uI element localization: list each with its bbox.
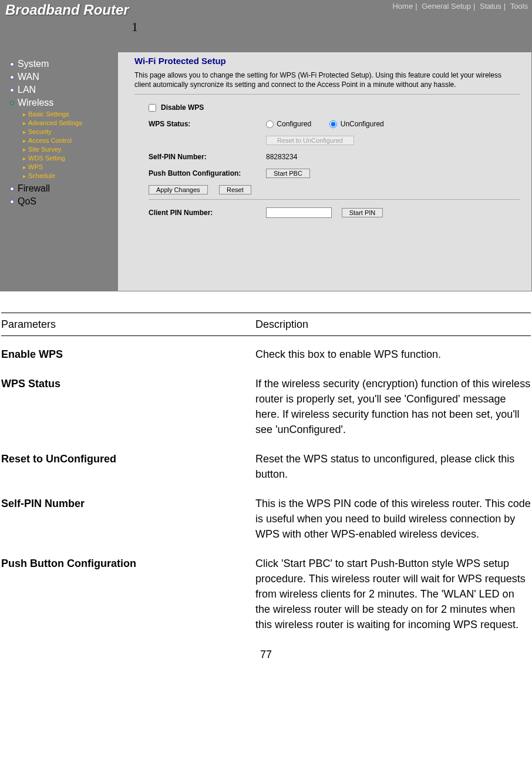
client-pin-label: Client PIN Number:: [149, 209, 266, 217]
param-name: Enable WPS: [1, 347, 255, 376]
pbc-label: Push Button Configuration:: [149, 169, 266, 177]
nav-qos[interactable]: QoS: [10, 196, 111, 207]
radio-configured[interactable]: [266, 120, 274, 128]
topnav-tools[interactable]: Tools: [510, 2, 528, 11]
client-pin-input[interactable]: [266, 207, 332, 218]
divider: [134, 94, 520, 95]
table-row: Push Button Configuration Click 'Start P…: [1, 556, 531, 646]
topnav-status[interactable]: Status: [480, 2, 501, 11]
param-desc: Click 'Start PBC' to start Push-Button s…: [255, 556, 531, 646]
topnav-general-setup[interactable]: General Setup: [422, 2, 471, 11]
self-pin-value: 88283234: [266, 153, 520, 161]
corner-number: 1: [132, 19, 138, 35]
sidebar-nav: System WAN LAN Wireless ▸Basic Settings …: [1, 52, 118, 291]
reset-unconfigured-button[interactable]: Reset to UnConfigured: [266, 136, 354, 145]
page-desc: This page allows you to change the setti…: [134, 71, 520, 89]
topnav-home[interactable]: Home: [392, 2, 413, 11]
content-panel: Wi-Fi Protected Setup This page allows y…: [118, 52, 531, 291]
start-pin-button[interactable]: Start PIN: [342, 208, 383, 217]
page-heading: Wi-Fi Protected Setup: [134, 56, 520, 66]
disable-wps-checkbox[interactable]: [149, 104, 156, 112]
doc-section: Parameters Description Enable WPS Check …: [0, 308, 532, 646]
nav-wireless-sub: ▸Basic Settings ▸Advanced Settings ▸Secu…: [23, 110, 111, 180]
router-header: Broadband Router Home| General Setup| St…: [1, 1, 531, 52]
table-header-row: Parameters Description: [1, 313, 531, 336]
apply-changes-button[interactable]: Apply Changes: [149, 185, 208, 194]
reset-button[interactable]: Reset: [219, 185, 251, 194]
router-top-nav: Home| General Setup| Status| Tools: [392, 2, 528, 11]
parameters-table: Parameters Description Enable WPS Check …: [1, 313, 531, 646]
wps-status-label: WPS Status:: [149, 120, 266, 128]
nav-sub-wps[interactable]: ▸WPS: [23, 163, 111, 172]
self-pin-label: Self-PIN Number:: [149, 153, 266, 161]
param-desc: This is the WPS PIN code of this wireles…: [255, 496, 531, 556]
nav-sub-schedule[interactable]: ▸Schedule: [23, 172, 111, 180]
nav-lan[interactable]: LAN: [10, 84, 111, 96]
page-number: 77: [0, 646, 532, 667]
start-pbc-button[interactable]: Start PBC: [266, 169, 310, 178]
param-name: WPS Status: [1, 376, 255, 451]
th-parameters: Parameters: [1, 313, 255, 336]
disable-wps-label: Disable WPS: [161, 103, 204, 112]
divider-2: [149, 199, 520, 200]
nav-wan[interactable]: WAN: [10, 71, 111, 83]
param-desc: If the wireless security (encryption) fu…: [255, 376, 531, 451]
param-desc: Check this box to enable WPS function.: [255, 347, 531, 376]
th-description: Description: [255, 313, 531, 336]
nav-sub-basic[interactable]: ▸Basic Settings: [23, 110, 111, 119]
param-name: Self-PIN Number: [1, 496, 255, 556]
router-title: Broadband Router: [5, 2, 129, 18]
nav-firewall[interactable]: Firewall: [10, 183, 111, 194]
table-row: WPS Status If the wireless security (enc…: [1, 376, 531, 451]
table-row: Enable WPS Check this box to enable WPS …: [1, 347, 531, 376]
param-desc: Reset the WPS status to unconfigured, pl…: [255, 451, 531, 496]
nav-sub-advanced[interactable]: ▸Advanced Settings: [23, 119, 111, 127]
param-name: Push Button Configuration: [1, 556, 255, 646]
nav-sub-wds[interactable]: ▸WDS Setting: [23, 154, 111, 163]
radio-unconfigured[interactable]: [329, 120, 337, 128]
nav-sub-site-survey[interactable]: ▸Site Survey: [23, 145, 111, 154]
nav-wireless[interactable]: Wireless: [10, 97, 111, 109]
param-name: Reset to UnConfigured: [1, 451, 255, 496]
nav-sub-security[interactable]: ▸Security: [23, 127, 111, 136]
nav-system[interactable]: System: [10, 58, 111, 70]
table-row: Reset to UnConfigured Reset the WPS stat…: [1, 451, 531, 496]
nav-sub-access-control[interactable]: ▸Access Control: [23, 136, 111, 145]
table-row: Self-PIN Number This is the WPS PIN code…: [1, 496, 531, 556]
router-admin-ui: Broadband Router Home| General Setup| St…: [0, 0, 532, 291]
